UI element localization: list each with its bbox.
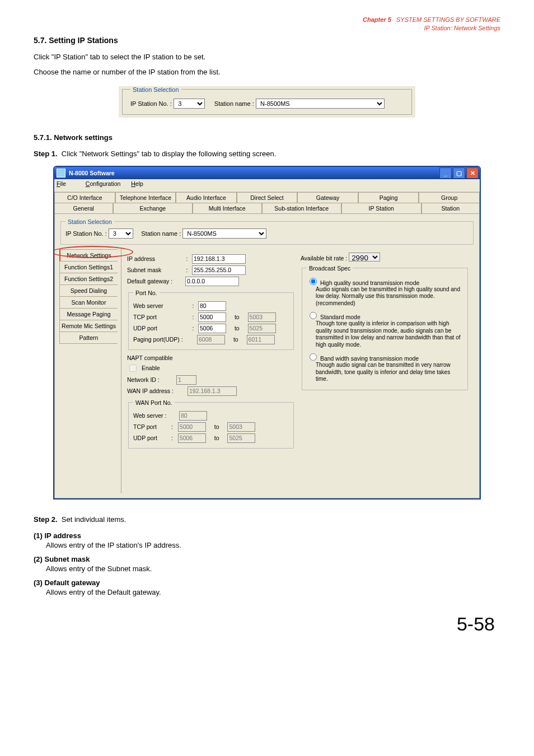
tab-paging[interactable]: Paging [358,192,419,203]
vtab-function1[interactable]: Function Settings1 [59,261,118,273]
vtab-function2[interactable]: Function Settings2 [59,273,118,285]
item-1-heading: (1) IP address [34,531,500,540]
chapter-header: Chapter 5 SYSTEM SETTINGS BY SOFTWARE IP… [34,16,500,32]
tab-direct-select[interactable]: Direct Select [237,192,298,203]
app-selection-legend: Station Selection [65,218,114,225]
radio-bw-desc: Though audio signal can be transmitted i… [316,362,463,383]
rate-select[interactable]: 2990 [349,253,380,262]
step-1-prefix: Step 1. [34,150,58,158]
radio-hq[interactable]: High quality sound transmission mode [307,276,463,286]
paging-label: Paging port(UDP) : [133,336,194,343]
wanip-label: WAN IP address : [127,388,184,394]
item-2-heading: (2) Subnet mask [34,555,500,563]
close-button[interactable]: ✕ [466,167,479,179]
web-input[interactable] [198,301,226,311]
enable-label: Enable [142,365,160,371]
app-window: N-8000 Software _ ▢ ✕ File Configuration… [53,166,481,500]
tab-station[interactable]: Station [421,203,480,213]
wan-tcp-label: TCP port [133,423,168,430]
station-name-label: Station name : [214,100,254,107]
mask-input[interactable] [192,265,246,275]
wan-web-input [179,411,207,421]
gw-input[interactable] [185,277,239,286]
vtab-message-paging[interactable]: Message Paging [59,308,118,320]
step-2: Step 2. Set individual items. [34,515,500,524]
bcast-legend: Broadcast Spec [307,265,353,272]
radio-bw[interactable]: Band width saving transmission mode [307,352,463,362]
nid-label: Network ID : [127,376,173,383]
pag-a-input [197,335,225,344]
chapter-title-1: SYSTEM SETTINGS BY SOFTWARE [396,16,500,23]
mask-label: Subnet mask [127,267,182,273]
station-no-label: IP Station No. : [130,100,172,107]
titlebar: N-8000 Software _ ▢ ✕ [54,167,480,179]
vtab-remote-mic[interactable]: Remote Mic Settings [59,320,118,332]
port-legend: Port No. [133,290,160,296]
station-selection-sample: Station Selection IP Station No. : 3 Sta… [119,86,415,118]
maximize-button[interactable]: ▢ [453,167,465,179]
item-1-body: Allows entry of the IP station's IP addr… [46,541,500,549]
udp-a-input[interactable] [198,324,226,333]
radio-std[interactable]: Standard mode [307,310,463,320]
tab-co-interface[interactable]: C/O Interface [54,192,115,203]
menubar: File Configuration Help [54,179,480,192]
wan-tcp-b-input [227,422,255,432]
selection-legend: Station Selection [130,86,181,93]
menu-file[interactable]: File [57,180,75,187]
tab-general[interactable]: General [54,203,113,213]
napt-label: NAPT compatible [127,354,295,361]
station-no-select[interactable]: 3 [174,99,205,109]
chapter-tag: Chapter 5 [363,16,391,23]
minimize-button[interactable]: _ [439,167,452,179]
tab-audio-interface[interactable]: Audio Interface [176,192,237,203]
tab-telephone-interface[interactable]: Telephone Interface [115,192,176,203]
tab-exchange[interactable]: Exchange [113,203,193,213]
menu-configuration[interactable]: Configuration [86,180,120,187]
tcp-a-input[interactable] [198,312,226,322]
tab-sub-station-interface[interactable]: Sub-station Interface [262,203,342,213]
tcp-label: TCP port [133,314,188,320]
item-3-body: Allows entry of the Default gateway. [46,588,500,596]
web-label: Web server [133,302,188,309]
app-icon [57,169,65,178]
vtab-speed-dialing[interactable]: Speed Dialing [59,284,118,297]
pag-b-input [247,335,275,344]
item-2-body: Allows entry of the Subnet mask. [46,564,500,573]
radio-hq-desc: Audio signals can be transmitted in high… [316,286,463,307]
vtab-pattern[interactable]: Pattern [59,332,118,344]
window-title: N-8000 Software [69,170,115,176]
chapter-title-2: IP Station: Network Settings [424,25,500,31]
wan-udp-label: UDP port [133,435,168,441]
tab-group[interactable]: Group [419,192,480,203]
to-label: to [235,314,240,320]
menu-help[interactable]: Help [131,180,143,187]
to-label-4: to [214,423,219,430]
sub-heading: 5.7.1. Network settings [34,133,500,142]
vtab-scan-monitor[interactable]: Scan Monitor [59,296,118,309]
gw-label: Default gateway : [127,278,182,284]
to-label-5: to [214,435,219,441]
nid-input [176,375,196,385]
app-station-no-select[interactable]: 3 [109,228,133,239]
tab-ip-station[interactable]: IP Station [341,203,421,213]
enable-checkbox[interactable] [129,365,137,372]
vtab-network-settings[interactable]: Network Settings [59,249,118,262]
section-title: 5.7. Setting IP Stations [34,36,500,45]
to-label-2: to [235,325,240,332]
wanip-input [188,386,237,396]
item-3-heading: (3) Default gateway [34,578,500,587]
ip-input[interactable] [192,254,246,264]
step-2-text: Set individual items. [62,515,127,524]
ip-label: IP address [127,255,182,262]
to-label-3: to [233,336,238,343]
app-station-name-select[interactable]: N-8500MS [182,228,266,239]
tab-gateway[interactable]: Gateway [297,192,358,203]
wan-udp-b-input [227,433,255,443]
app-station-name-label: Station name : [141,230,181,237]
page-number: 5-58 [34,613,500,635]
station-name-select[interactable]: N-8500MS [256,99,385,109]
step-1: Step 1. Click "Network Settings" tab to … [34,150,500,158]
radio-std-desc: Though tone quality is inferior in compa… [316,320,463,348]
tab-multi-interface[interactable]: Multi Interface [193,203,262,213]
app-station-no-label: IP Station No. : [65,230,107,237]
